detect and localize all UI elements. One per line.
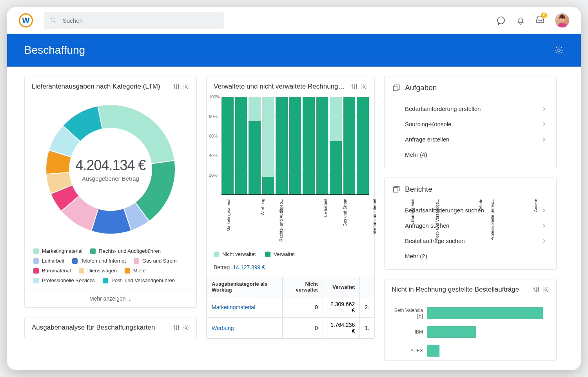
col-header[interactable]: Ausgabenkategorie als Worktag (207, 277, 283, 297)
hbar-row[interactable]: Seth Valencia [E] (392, 304, 549, 323)
legend-item[interactable]: Post- und Versandgebühren (103, 277, 175, 283)
x-label: Rechts- und Auditgeb... (279, 199, 326, 241)
inbox-button[interactable]: 6 (535, 15, 545, 26)
donut-center-value: 4.204.134 € (75, 157, 145, 174)
bar[interactable] (343, 97, 356, 194)
sliders-icon[interactable] (173, 324, 180, 331)
card-title: Lieferantenausgaben nach Kategorie (LTM) (32, 83, 168, 91)
table-row[interactable]: Marketingmaterial 0 2.309.662 € 2. (207, 297, 374, 318)
card-title: Verwaltete und nicht verwaltete Rechnung… (214, 83, 346, 91)
category-link[interactable]: Marketingmaterial (212, 304, 255, 310)
inbox-badge: 6 (541, 13, 547, 18)
card-title: Nicht in Rechnung gestellte Bestellauftr… (392, 286, 528, 294)
spend-table: Ausgabenkategorie als Worktag Nicht verw… (207, 277, 374, 339)
svg-point-0 (51, 18, 55, 22)
legend-item[interactable]: Professionelle Services (33, 277, 95, 283)
more-link[interactable]: Mehr anzeigen ... (25, 290, 196, 307)
table-row[interactable]: Werbung 0 1.764.236 € 1. (207, 318, 374, 339)
stacked-bar-chart[interactable]: 20%40%60%80%100% (221, 97, 369, 195)
section-header: Berichte (385, 178, 556, 201)
bar[interactable] (289, 97, 301, 194)
top-icons: 6 (496, 13, 569, 27)
col-header[interactable]: Nicht verwaltet (282, 277, 323, 297)
section-header: Aufgaben (385, 76, 556, 100)
stack-icon (392, 84, 400, 92)
svg-rect-26 (394, 86, 398, 91)
gear-icon[interactable] (182, 83, 189, 90)
svg-point-18 (185, 327, 187, 329)
bar[interactable] (303, 97, 315, 194)
legend-item[interactable]: Gas und Strom (134, 258, 176, 264)
card-uninvoiced-orders: Nicht in Rechnung gestellte Bestellauftr… (384, 279, 557, 361)
svg-rect-27 (394, 188, 398, 192)
logo-icon[interactable]: W (19, 13, 33, 27)
link-item[interactable]: Mehr (4) (385, 147, 556, 162)
bar[interactable] (221, 97, 234, 194)
stack-icon (392, 185, 400, 193)
chevron-right-icon (542, 122, 546, 126)
donut-legend: MarketingmaterialRechts- und Auditgebühr… (25, 242, 196, 290)
legend-item[interactable]: Miete (125, 268, 146, 274)
hbar-row[interactable]: IBM (392, 323, 549, 341)
settings-icon[interactable] (554, 45, 564, 55)
bar[interactable] (249, 97, 261, 194)
svg-point-4 (558, 49, 560, 51)
search-input[interactable] (63, 17, 218, 24)
legend-item[interactable]: Büromaterial (33, 268, 71, 274)
x-label: Post- und Versandge... (435, 199, 482, 241)
legend-item[interactable]: Leiharbeit (33, 258, 64, 264)
sliders-icon[interactable] (351, 83, 358, 90)
legend-item[interactable]: Telefon und Internet (72, 258, 126, 264)
chevron-right-icon (542, 239, 546, 243)
amount-row: Betrag14.127.899 € (207, 263, 374, 277)
card-supplier-spend: Lieferantenausgaben nach Kategorie (LTM)… (24, 76, 197, 308)
hbar-chart[interactable]: Seth Valencia [E]IBMAPEX (385, 300, 556, 360)
link-item[interactable]: Sourcing-Konsole (385, 116, 556, 132)
x-label: Andere (533, 199, 580, 212)
bar[interactable] (330, 97, 342, 194)
gear-icon[interactable] (182, 324, 189, 331)
search-box[interactable] (44, 12, 224, 29)
card-tasks: Aufgaben Bedarfsanforderung erstellenSou… (384, 76, 557, 168)
bar[interactable] (262, 97, 274, 194)
sliders-icon[interactable] (173, 83, 180, 90)
link-item[interactable]: Bedarfsanforderung erstellen (385, 101, 556, 116)
legend-item[interactable]: Marketingmaterial (33, 248, 82, 254)
legend-item[interactable]: Rechts- und Auditgebühren (90, 248, 161, 254)
x-label: Professionelle Servic... (490, 199, 537, 241)
hbar-row[interactable]: APEX (392, 341, 549, 360)
bell-icon[interactable] (516, 16, 525, 25)
bar[interactable] (357, 97, 369, 194)
gear-icon[interactable] (360, 83, 367, 90)
search-icon (50, 17, 57, 24)
chevron-right-icon (542, 224, 546, 228)
page-header: Beschaffung (7, 34, 581, 67)
page-title: Beschaffung (24, 44, 85, 56)
card-title: Ausgabenanalyse für Beschaffungskarten (32, 324, 168, 332)
donut-center-label: Ausgegebener Betrag (82, 175, 139, 182)
stack-legend: Nicht verwaltet Verwaltet (207, 246, 374, 263)
svg-point-25 (363, 86, 365, 88)
col-header[interactable]: Verwaltet (323, 277, 359, 297)
chevron-right-icon (542, 107, 546, 111)
chevron-right-icon (542, 138, 546, 141)
svg-point-34 (545, 289, 547, 291)
card-spend-analysis: Ausgabenanalyse für Beschaffungskarten (24, 317, 197, 338)
sliders-icon[interactable] (533, 286, 540, 293)
chat-icon[interactable] (496, 16, 506, 25)
bar[interactable] (316, 97, 328, 194)
svg-point-11 (185, 86, 187, 88)
gear-icon[interactable] (542, 286, 549, 293)
bar[interactable] (276, 97, 288, 194)
link-item[interactable]: Mehr (2) (385, 248, 556, 264)
top-bar: W 6 (7, 7, 581, 34)
donut-chart[interactable]: 4.204.134 € Ausgegebener Betrag (38, 97, 183, 242)
category-link[interactable]: Werbung (212, 325, 234, 331)
avatar[interactable] (555, 13, 569, 27)
card-managed-unmanaged: Verwaltete und nicht verwaltete Rechnung… (206, 76, 375, 339)
legend-item[interactable]: Dienstwagen (79, 268, 117, 274)
link-item[interactable]: Anfrage erstellen (385, 132, 556, 147)
bar[interactable] (235, 97, 247, 194)
svg-line-1 (54, 21, 56, 23)
